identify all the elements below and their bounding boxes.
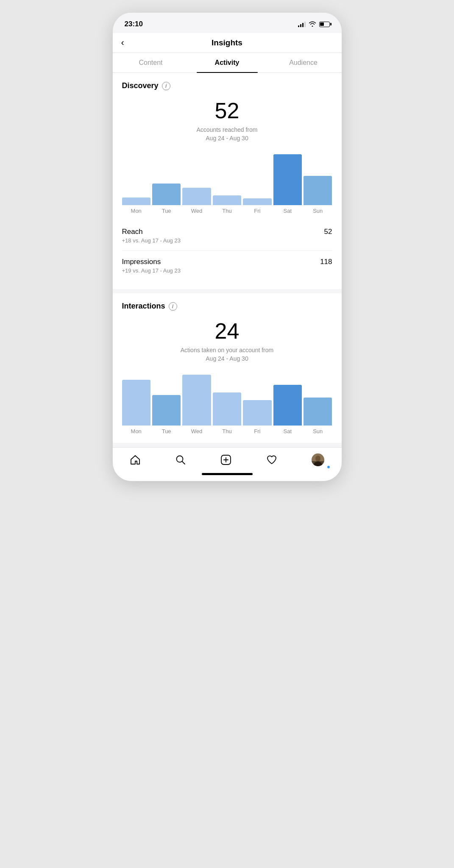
search-icon xyxy=(175,454,186,465)
svg-line-1 xyxy=(182,462,185,465)
bar-fri xyxy=(243,154,271,205)
bar-fill-sun xyxy=(304,398,332,426)
bar-thu xyxy=(213,375,241,426)
interactions-header: Interactions i xyxy=(122,302,332,311)
interactions-big-number: 24 xyxy=(122,318,332,344)
discovery-info-icon[interactable]: i xyxy=(162,82,170,90)
bar-label-sat: Sat xyxy=(273,428,302,434)
bar-label-tue: Tue xyxy=(152,428,181,434)
discovery-chart-labels: MonTueWedThuFriSatSun xyxy=(122,208,332,214)
nav-add[interactable] xyxy=(215,453,237,467)
bar-label-thu: Thu xyxy=(213,208,241,214)
bar-label-sun: Sun xyxy=(304,428,332,434)
interactions-title: Interactions xyxy=(122,302,165,311)
bar-fill-mon xyxy=(122,198,150,205)
bar-fill-sat xyxy=(273,385,302,426)
bar-wed xyxy=(182,375,211,426)
status-time: 23:10 xyxy=(125,20,143,28)
add-icon xyxy=(220,454,231,465)
bar-fill-mon xyxy=(122,380,150,426)
status-icons xyxy=(298,21,330,28)
impressions-value: 118 xyxy=(320,258,332,266)
bar-fill-sun xyxy=(304,176,332,205)
avatar-image xyxy=(312,453,324,466)
bar-sat xyxy=(273,154,302,205)
bar-label-wed: Wed xyxy=(182,208,211,214)
interactions-chart xyxy=(122,375,332,426)
impressions-metric: Impressions +19 vs. Aug 17 - Aug 23 118 xyxy=(122,251,332,281)
main-content: Discovery i 52 Accounts reached fromAug … xyxy=(113,73,342,443)
bar-fill-thu xyxy=(213,392,241,426)
avatar-dot xyxy=(327,465,330,469)
discovery-subtitle: Accounts reached fromAug 24 - Aug 30 xyxy=(122,126,332,142)
bar-fill-sat xyxy=(273,154,302,205)
signal-icon xyxy=(298,21,306,27)
home-icon xyxy=(130,454,141,465)
svg-point-6 xyxy=(315,456,320,462)
bar-label-sun: Sun xyxy=(304,208,332,214)
bar-sun xyxy=(304,154,332,205)
heart-icon xyxy=(266,454,277,465)
home-indicator xyxy=(113,470,342,481)
nav-search[interactable] xyxy=(170,453,191,467)
bar-fill-fri xyxy=(243,198,271,205)
avatar xyxy=(312,453,324,466)
bar-fill-wed xyxy=(182,188,211,206)
bar-fill-fri xyxy=(243,400,271,426)
discovery-section: Discovery i 52 Accounts reached fromAug … xyxy=(113,73,342,289)
tab-audience[interactable]: Audience xyxy=(265,53,342,72)
bar-fill-tue xyxy=(152,395,181,426)
bar-sat xyxy=(273,375,302,426)
reach-metric: Reach +18 vs. Aug 17 - Aug 23 52 xyxy=(122,221,332,251)
bar-label-sat: Sat xyxy=(273,208,302,214)
tab-activity[interactable]: Activity xyxy=(189,53,265,72)
nav-home[interactable] xyxy=(125,453,146,467)
bottom-nav xyxy=(113,447,342,470)
bar-label-tue: Tue xyxy=(152,208,181,214)
impressions-sublabel: +19 vs. Aug 17 - Aug 23 xyxy=(122,267,181,274)
bar-tue xyxy=(152,154,181,205)
svg-point-7 xyxy=(314,462,322,466)
bar-mon xyxy=(122,375,150,426)
impressions-label: Impressions xyxy=(122,258,181,266)
bar-label-mon: Mon xyxy=(122,208,150,214)
interactions-info-icon[interactable]: i xyxy=(169,302,177,311)
bar-tue xyxy=(152,375,181,426)
interactions-subtitle: Actions taken on your account fromAug 24… xyxy=(122,346,332,363)
reach-sublabel: +18 vs. Aug 17 - Aug 23 xyxy=(122,237,181,244)
wifi-icon xyxy=(309,21,316,28)
discovery-header: Discovery i xyxy=(122,81,332,90)
tab-content[interactable]: Content xyxy=(113,53,189,72)
bar-label-wed: Wed xyxy=(182,428,211,434)
tabs-bar: Content Activity Audience xyxy=(113,53,342,73)
page-title: Insights xyxy=(212,38,242,47)
bar-thu xyxy=(213,154,241,205)
reach-label: Reach xyxy=(122,228,181,236)
interactions-chart-labels: MonTueWedThuFriSatSun xyxy=(122,428,332,434)
bar-fill-tue xyxy=(152,184,181,205)
bar-mon xyxy=(122,154,150,205)
nav-activity[interactable] xyxy=(261,453,282,467)
reach-value: 52 xyxy=(324,228,332,236)
phone-frame: 23:10 ‹ Insights xyxy=(113,13,342,481)
bar-fri xyxy=(243,375,271,426)
bar-sun xyxy=(304,375,332,426)
bar-fill-thu xyxy=(213,195,241,205)
bar-fill-wed xyxy=(182,375,211,426)
nav-profile[interactable] xyxy=(306,452,329,468)
status-bar: 23:10 xyxy=(113,13,342,33)
home-bar xyxy=(202,473,253,475)
bar-label-fri: Fri xyxy=(243,428,271,434)
nav-header: ‹ Insights xyxy=(113,33,342,53)
back-button[interactable]: ‹ xyxy=(121,37,124,48)
discovery-chart xyxy=(122,154,332,205)
battery-icon xyxy=(319,22,330,27)
discovery-big-number: 52 xyxy=(122,98,332,123)
bar-label-mon: Mon xyxy=(122,428,150,434)
interactions-section: Interactions i 24 Actions taken on your … xyxy=(113,293,342,443)
bar-wed xyxy=(182,154,211,205)
bar-label-fri: Fri xyxy=(243,208,271,214)
discovery-title: Discovery xyxy=(122,81,159,90)
bar-label-thu: Thu xyxy=(213,428,241,434)
